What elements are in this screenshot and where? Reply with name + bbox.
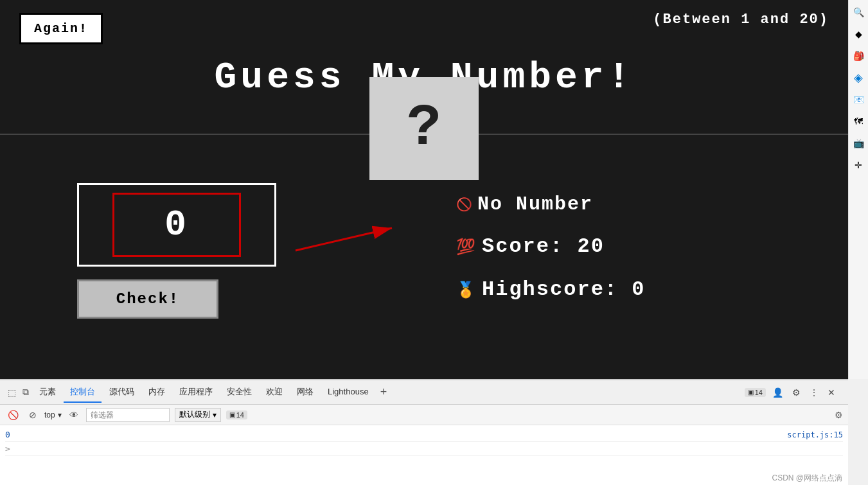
toolbar-badge-value: 14 [236,411,244,419]
no-number-icon: 🚫 [456,197,472,212]
badge-icon-dt: ▣ [748,389,754,396]
tab-welcome[interactable]: 欢迎 [260,382,289,403]
console-file-link-1[interactable]: script.js:15 [787,430,843,439]
badge-value: 14 [755,389,763,396]
arrow-container [289,218,405,257]
toolbar-clear-icon[interactable]: 🚫 [5,409,21,421]
tab-network-label: 网络 [297,387,314,396]
toolbar-settings-icon[interactable]: ⚙ [835,410,843,420]
tab-console[interactable]: 控制台 [64,382,102,403]
devtools-user-icon[interactable]: 👤 [770,385,786,400]
question-mark: ? [407,96,441,161]
score-text: Score: 20 [482,234,605,258]
input-outer-box: 0 [77,183,276,267]
devtools-panel: ⬚ ⧉ 元素 控制台 源代码 内存 应用程序 安全性 欢迎 网络 Lightho… [0,379,848,485]
top-dropdown-icon: ▾ [58,410,62,419]
arrow-svg [289,218,405,257]
top-label: top [44,410,55,419]
console-line-2: > [5,442,843,456]
score-row: 💯 Score: 20 [456,234,645,258]
tab-network[interactable]: 网络 [290,382,320,403]
console-prompt: > [5,444,10,454]
tab-security-label: 安全性 [227,387,252,396]
tab-application[interactable]: 应用程序 [173,382,219,403]
devtools-console: 0 script.js:15 > [0,425,848,485]
tab-elements-label: 元素 [39,387,56,396]
again-button[interactable]: Again! [19,13,103,44]
toolbar-eye-icon[interactable]: 👁 [67,409,81,421]
devtools-toolbar: 🚫 ⊘ top ▾ 👁 默认级别 ▾ ▣ 14 ⚙ [0,405,848,425]
highscore-row: 🏅 Highscore: 0 [456,278,645,301]
devtools-inspect-icon[interactable]: ⬚ [5,386,19,399]
email-sidebar-icon[interactable]: 📧 [851,93,865,107]
right-section: 🚫 No Number 💯 Score: 20 🏅 Highscore: 0 [456,193,645,301]
toolbar-stop-icon[interactable]: ⊘ [26,409,39,421]
level-dropdown-icon: ▾ [213,410,217,419]
watermark: CSDN @网络点点滴 [772,473,842,484]
tab-memory[interactable]: 内存 [142,382,172,403]
game-header: Again! (Between 1 and 20) Guess My Numbe… [0,0,848,135]
tab-welcome-label: 欢迎 [266,387,283,396]
hint-text: (Between 1 and 20) [653,12,829,28]
browser-sidebar: 🔍 ◆ 🎒 ◈ 📧 🗺 📺 ✛ [848,0,868,379]
tab-lighthouse[interactable]: Lighthouse [321,383,375,401]
number-display: 0 [164,204,189,245]
filter-input[interactable] [86,408,170,422]
tab-sources-label: 源代码 [109,387,134,396]
tab-add-icon[interactable]: + [376,385,391,399]
highscore-text: Highscore: 0 [482,278,645,301]
devtools-badge: ▣ 14 [745,388,766,397]
message-text: No Number [477,193,593,215]
message-row: 🚫 No Number [456,193,645,215]
devtools-close-icon[interactable]: ✕ [825,385,838,400]
level-dropdown[interactable]: 默认级别 ▾ [175,408,221,422]
tab-lighthouse-label: Lighthouse [328,387,369,396]
devtools-responsive-icon[interactable]: ⧉ [20,385,31,399]
console-value-1: 0 [5,430,10,439]
check-button[interactable]: Check! [77,279,218,319]
tab-console-label: 控制台 [70,387,95,396]
map-sidebar-icon[interactable]: 🗺 [851,114,865,128]
tab-security[interactable]: 安全性 [220,382,258,403]
input-inner-box: 0 [112,193,241,257]
bag-sidebar-icon[interactable]: 🎒 [851,49,865,63]
top-selector[interactable]: top ▾ [44,410,62,419]
svg-line-1 [296,228,392,251]
input-section: 0 Check! [77,183,276,319]
console-line-1: 0 script.js:15 [5,428,843,442]
tv-sidebar-icon[interactable]: 📺 [851,136,865,150]
level-label: 默认级别 [179,409,210,420]
devtools-more-icon[interactable]: ⋮ [807,385,821,400]
devtools-tab-actions: ▣ 14 👤 ⚙ ⋮ ✕ [745,385,843,400]
tab-application-label: 应用程序 [179,387,213,396]
devtools-tabs: ⬚ ⧉ 元素 控制台 源代码 内存 应用程序 安全性 欢迎 网络 Lightho… [0,380,848,405]
highscore-emoji: 🏅 [456,281,475,299]
tab-memory-label: 内存 [148,387,165,396]
add-sidebar-icon[interactable]: ✛ [851,158,865,172]
tab-elements[interactable]: 元素 [33,382,62,403]
toolbar-badge: ▣ 14 [226,410,247,419]
score-emoji: 💯 [456,238,475,256]
question-box: ? [369,77,479,180]
search-sidebar-icon[interactable]: 🔍 [851,5,865,19]
devtools-settings-icon[interactable]: ⚙ [790,385,803,400]
extensions-sidebar-icon[interactable]: ◆ [851,27,865,41]
azure-sidebar-icon[interactable]: ◈ [851,71,865,85]
toolbar-badge-icon: ▣ [229,411,235,418]
tab-sources[interactable]: 源代码 [103,382,141,403]
game-container: Again! (Between 1 and 20) Guess My Numbe… [0,0,848,379]
console-input[interactable] [13,444,843,454]
